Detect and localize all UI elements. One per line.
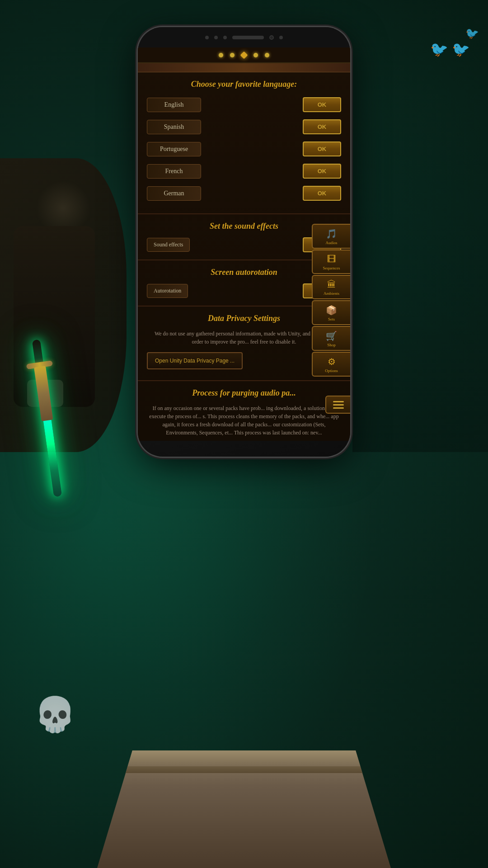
privacy-link-button[interactable]: Open Unity Data Privacy Page ... [147, 352, 243, 369]
camera [269, 35, 274, 40]
sensor-dot-4 [279, 36, 283, 39]
nav-dot-4 [253, 53, 258, 57]
language-section: Choose your favorite language: English O… [138, 72, 350, 214]
portuguese-label: Portuguese [147, 142, 201, 156]
hamburger-line-1 [333, 401, 344, 402]
sidebar-sequences-label: Sequences [323, 266, 340, 270]
options-icon: ⚙ [314, 356, 348, 367]
purging-section: Process for purging audio pa... If on an… [138, 381, 350, 441]
nav-dots-bar [138, 47, 350, 63]
hamburger-button[interactable] [325, 396, 350, 414]
sidebar-shop-label: Shop [327, 343, 336, 347]
shop-icon: 🛒 [314, 330, 348, 341]
sidebar-ambients-button[interactable]: 🏛 Ambients [312, 275, 350, 299]
birds: 🐦 🐦 [430, 41, 470, 58]
pedestal-top [121, 750, 367, 766]
sidebar-sequences-button[interactable]: 🎞 Sequences [312, 250, 350, 274]
autorotation-label: Autorotation [147, 284, 188, 298]
sequences-icon: 🎞 [314, 254, 348, 264]
portuguese-row: Portuguese OK [147, 140, 341, 158]
language-section-title: Choose your favorite language: [147, 80, 341, 89]
top-decorative-bar [138, 63, 350, 72]
nav-dot-1 [219, 53, 223, 57]
sound-label: Sound effects [147, 238, 190, 252]
english-label: English [147, 98, 201, 112]
purging-description: If on any occasion one or several packs … [147, 404, 341, 437]
sidebar-options-label: Options [325, 368, 338, 373]
nav-dot-diamond [240, 51, 248, 59]
phone-frame: Choose your favorite language: English O… [138, 27, 350, 457]
spanish-row: Spanish OK [147, 118, 341, 136]
spanish-label: Spanish [147, 120, 201, 134]
german-ok-button[interactable]: OK [303, 186, 341, 201]
sidebar-sets-button[interactable]: 📦 Sets [312, 300, 350, 325]
sidebar-sets-label: Sets [328, 317, 335, 321]
sensor-dot [205, 36, 209, 39]
sidebar-audios-button[interactable]: 🎵 Audios [312, 224, 350, 249]
sensor-dot-2 [214, 36, 218, 39]
skull-decoration: 💀 [34, 695, 76, 735]
sidebar-options-button[interactable]: ⚙ Options [312, 352, 350, 377]
nav-dot-2 [230, 53, 235, 57]
sensor-dot-3 [223, 36, 227, 39]
screen: Choose your favorite language: English O… [138, 47, 350, 441]
phone-hardware-top [138, 27, 350, 47]
sidebar-ambients-label: Ambients [324, 291, 339, 296]
portuguese-ok-button[interactable]: OK [303, 142, 341, 156]
french-row: French OK [147, 162, 341, 180]
nav-dot-5 [265, 53, 269, 57]
reaper-figure [0, 158, 127, 452]
german-label: German [147, 186, 201, 201]
spanish-ok-button[interactable]: OK [303, 119, 341, 134]
hamburger-line-2 [333, 404, 344, 406]
purging-section-title: Process for purging audio pa... [147, 388, 341, 398]
english-ok-button[interactable]: OK [303, 97, 341, 112]
english-row: English OK [147, 95, 341, 114]
speaker [232, 36, 264, 39]
pedestal [97, 750, 391, 868]
german-row: German OK [147, 184, 341, 203]
birds-2: 🐦 [465, 27, 479, 40]
french-ok-button[interactable]: OK [303, 164, 341, 179]
hamburger-line-3 [333, 407, 344, 409]
sidebar-shop-button[interactable]: 🛒 Shop [312, 326, 350, 351]
forest-bg [352, 90, 488, 452]
sidebar-panel: 🎵 Audios 🎞 Sequences 🏛 Ambients 📦 Sets 🛒… [312, 224, 350, 377]
pedestal-middle [121, 766, 367, 773]
audios-icon: 🎵 [314, 228, 348, 239]
sidebar-audios-label: Audios [325, 241, 337, 245]
sets-icon: 📦 [314, 305, 348, 316]
ambients-icon: 🏛 [314, 279, 348, 290]
french-label: French [147, 164, 201, 179]
